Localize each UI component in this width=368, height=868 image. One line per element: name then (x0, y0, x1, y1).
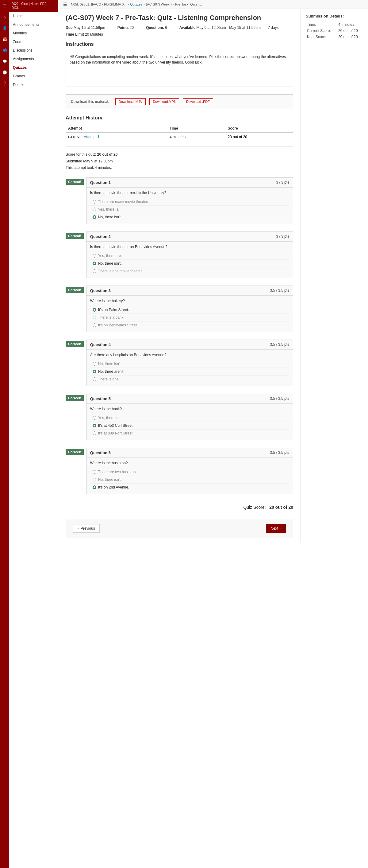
radio-circle-4-1 (93, 362, 96, 366)
question-text-6: Where is the bus stop? (90, 461, 289, 465)
divider (66, 146, 293, 147)
current-score-row: Current Score: 20 out of 20 (306, 28, 363, 34)
main-content: ☰ N05I: 09061: [FACO · PDIGILIMA 0... › … (58, 0, 368, 868)
sidebar-item-zoom[interactable]: Zoom (9, 37, 58, 46)
answer-option-4-3: There is one. (90, 375, 289, 383)
correct-badge-5: Correct! (66, 395, 84, 401)
available-field: Available May 9 at 12:05am - May 15 at 1… (179, 26, 285, 30)
answer-text-5-3: It's at 888 Port Street. (98, 431, 134, 435)
sidebar-item-home[interactable]: Home (9, 12, 58, 20)
question-num-2: Question 2 (90, 234, 111, 239)
question-box-4: Question 43.5 / 3.5 ptsAre there any hos… (86, 340, 293, 386)
submission-panel: Submission Details: Time: 4 minutes Curr… (301, 9, 368, 542)
submitted-label: Submitted May 9 at 12:08pm (66, 158, 293, 165)
breadcrumb-quizzes-link[interactable]: Quizzes (130, 2, 142, 6)
final-score-value: 20 out of 20 (269, 505, 293, 510)
instructions-title: Instructions (66, 41, 293, 47)
radio-circle-3-2 (93, 316, 96, 319)
breadcrumb-quiz: (AC-S07) Week 7 · Pre-Task: Quiz -... (146, 2, 202, 6)
question-text-2: Is there a movie theater on Benavides Av… (90, 245, 289, 249)
sidebar: 2022 - Ciclo | Nuevo PRE-DIGI... Home An… (9, 0, 58, 868)
chat-icon[interactable]: 💬 (2, 58, 8, 64)
answer-option-6-2: No, there isn't. (90, 475, 289, 483)
clock-icon[interactable]: 🕐 (2, 69, 8, 75)
question-container-2: Correct!Question 23 / 3 ptsIs there a mo… (66, 231, 293, 278)
question-pts-4: 3.5 / 3.5 pts (270, 342, 289, 347)
submission-table: Time: 4 minutes Current Score: 20 out of… (306, 22, 363, 40)
question-text-5: Where is the bank? (90, 407, 289, 411)
question-num-6: Question 6 (90, 451, 111, 455)
question-container-4: Correct!Question 43.5 / 3.5 ptsAre there… (66, 340, 293, 386)
download-label: Download this material: (71, 99, 109, 104)
inbox-icon[interactable]: 📫 (2, 47, 8, 54)
answer-option-4-2: No, there aren't. (90, 368, 289, 375)
answer-option-5-2: It's at 453 Curl Street. (90, 422, 289, 429)
answer-text-5-2: It's at 453 Curl Street. (98, 424, 134, 428)
previous-button[interactable]: « Previous (73, 524, 100, 533)
answer-option-3-2: There is a bank. (90, 313, 289, 321)
attempt-row: LATEST Attempt 1 4 minutes 20 out of 20 (66, 133, 293, 141)
breadcrumb-bar: ☰ N05I: 09061: [FACO · PDIGILIMA 0... › … (58, 0, 368, 9)
content-area: (AC-S07) Week 7 - Pre-Task: Quiz - Liste… (58, 9, 368, 542)
sidebar-item-assignments[interactable]: Assignments (9, 55, 58, 63)
question-box-2: Question 23 / 3 ptsIs there a movie thea… (86, 231, 293, 278)
answer-option-6-1: There are two bus stops. (90, 468, 289, 475)
took-label: This attempt took 4 minutes. (66, 164, 293, 171)
answer-text-4-3: There is one. (98, 377, 120, 381)
col-time: Time (167, 124, 225, 133)
sidebar-item-modules[interactable]: Modules (9, 29, 58, 37)
sidebar-item-quizzes[interactable]: Quizzes (9, 63, 58, 72)
breadcrumb-sep2: › (143, 2, 145, 6)
next-button[interactable]: Next » (266, 524, 286, 533)
radio-circle-2-3 (93, 269, 96, 273)
bottom-nav: « Previous Next » (66, 519, 293, 538)
attempt-score: 20 out of 20 (225, 133, 293, 141)
download-pdf-button[interactable]: Download .PDF (183, 98, 213, 105)
answer-option-1-1: There are many movie theaters. (90, 198, 289, 206)
score-for-quiz: Score for this quiz: 20 out of 20 (66, 151, 293, 158)
answer-option-6-3: It's on 2nd Avenue. (90, 483, 289, 491)
question-pts-2: 3 / 3 pts (276, 234, 289, 239)
answer-text-4-2: No, there aren't. (98, 369, 125, 374)
user-icon[interactable]: 👤 (2, 25, 8, 31)
question-pts-5: 3.5 / 3.5 pts (270, 396, 289, 401)
calendar-icon[interactable]: 📅 (2, 36, 8, 42)
answer-text-2-2: No, there isn't. (98, 261, 122, 266)
questions-container: Correct!Question 13 / 3 ptsIs there a mo… (66, 178, 293, 494)
final-score-label: Quiz Score: (243, 505, 266, 510)
time-row: Time: 4 minutes (306, 22, 363, 28)
final-score: Quiz Score: 20 out of 20 (66, 502, 293, 513)
col-attempt: Attempt (66, 124, 167, 133)
radio-circle-2-2 (93, 261, 96, 265)
attempt-history-title: Attempt History (66, 115, 293, 121)
answer-text-6-3: It's on 2nd Avenue. (98, 485, 129, 489)
topbar-menu-icon[interactable]: ☰ (63, 2, 67, 7)
answer-text-2-3: There is one movie theater. (98, 269, 143, 273)
collapse-icon[interactable]: → (2, 856, 8, 862)
home-icon[interactable]: ⌂ (2, 14, 8, 20)
download-m4v-button[interactable]: Download .M4V (115, 98, 146, 105)
menu-icon[interactable]: ☰ (2, 3, 8, 9)
answer-text-1-2: Yes, there is. (98, 207, 119, 212)
breadcrumb-course: N05I: 09061: [FACO · PDIGILIMA 0... (71, 2, 127, 6)
kept-score-row: Kept Score: 20 out of 20 (306, 34, 363, 40)
attempt-link[interactable]: Attempt 1 (84, 135, 99, 139)
question-container-5: Correct!Question 53.5 / 3.5 ptsWhere is … (66, 394, 293, 440)
answer-text-3-2: There is a bank. (98, 315, 125, 320)
sidebar-item-discussions[interactable]: Discussions (9, 46, 58, 55)
download-section: Download this material: Download .M4V Do… (66, 94, 293, 109)
radio-circle-3-1 (93, 308, 96, 312)
help-icon[interactable]: ❓ (2, 81, 8, 87)
sidebar-item-people[interactable]: People (9, 81, 58, 89)
question-pts-6: 3.5 / 3.5 pts (270, 451, 289, 455)
sidebar-item-grades[interactable]: Grades (9, 72, 58, 81)
download-mp3-button[interactable]: Download.MP3 (149, 98, 179, 105)
quiz-meta: Due May 15 at 11:59pm Points 20 Question… (66, 26, 293, 30)
answer-text-3-1: It's on Palm Street. (98, 308, 129, 312)
question-box-1: Question 13 / 3 ptsIs there a movie thea… (86, 178, 293, 224)
question-num-1: Question 1 (90, 180, 111, 185)
sidebar-item-announcements[interactable]: Announcements (9, 20, 58, 29)
due-field: Due May 15 at 11:59pm (66, 26, 111, 30)
radio-circle-1-3 (93, 215, 96, 219)
radio-circle-2-1 (93, 254, 96, 258)
